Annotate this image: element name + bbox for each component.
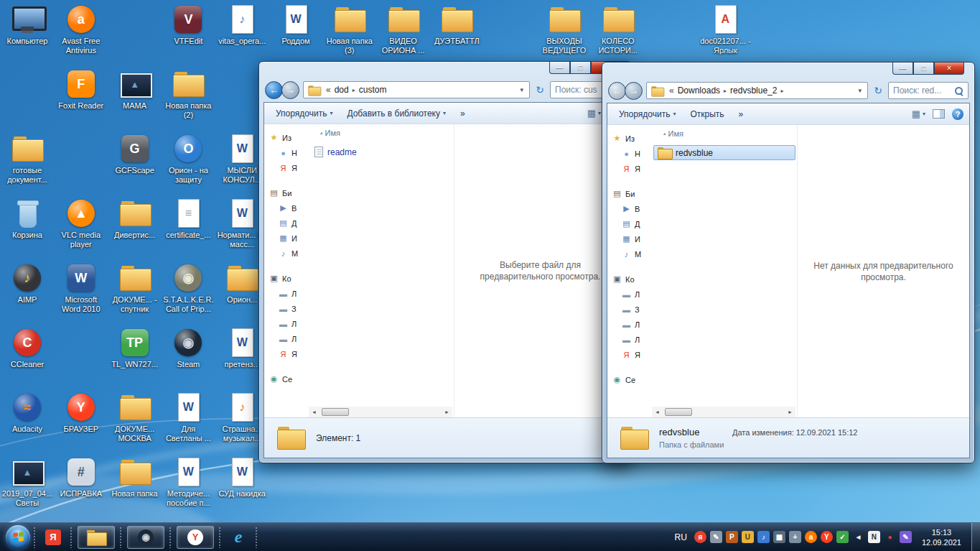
desktop-icon[interactable]: WMicrosoft Word 2010 xyxy=(55,263,107,314)
desktop-icon[interactable]: ▲MAMA xyxy=(109,69,161,111)
nav-item[interactable]: ▬Л xyxy=(612,317,652,332)
breadcrumb-item[interactable]: redvsblue_2 xyxy=(728,85,779,96)
taskbar-button-explorer[interactable] xyxy=(78,526,115,549)
views-button[interactable]: ▦▾ xyxy=(912,108,925,119)
tray-yandex-icon[interactable]: я xyxy=(694,531,706,543)
toolbar-button[interactable]: Упорядочить▾ xyxy=(613,107,681,121)
breadcrumb-item[interactable]: dod xyxy=(332,85,351,95)
column-header-name[interactable]: ▴Имя xyxy=(309,127,454,140)
forward-button[interactable]: → xyxy=(625,82,643,100)
taskbar-button-internet-explorer[interactable]: e xyxy=(226,525,251,550)
maximize-button[interactable]: □ xyxy=(570,61,591,74)
minimize-button[interactable]: — xyxy=(549,61,570,74)
nav-item[interactable]: ▣Ко xyxy=(612,272,652,287)
scrollbar-thumb[interactable] xyxy=(665,408,692,416)
nav-item[interactable]: ▤Д xyxy=(612,216,652,231)
nav-item[interactable]: ★Из xyxy=(269,130,309,145)
breadcrumb-item[interactable]: Downloads xyxy=(676,85,722,96)
address-dropdown-icon[interactable]: ▾ xyxy=(856,87,864,94)
nav-item[interactable]: ▤Д xyxy=(269,216,309,231)
scroll-right-icon[interactable]: ► xyxy=(443,409,451,415)
desktop-icon[interactable]: ◉Steam xyxy=(162,328,214,369)
nav-item[interactable]: ▦И xyxy=(269,231,309,246)
preview-pane-button[interactable] xyxy=(933,109,945,119)
nav-item[interactable]: ▬Л xyxy=(269,316,309,331)
back-button[interactable]: ← xyxy=(265,81,283,99)
nav-item[interactable]: ▬Л xyxy=(269,286,309,301)
refresh-button[interactable]: ↻ xyxy=(533,84,546,96)
nav-item[interactable]: ●Н xyxy=(269,145,309,160)
nav-item[interactable]: ЯЯ xyxy=(612,161,652,176)
scroll-left-icon[interactable]: ◄ xyxy=(310,409,318,415)
nav-item[interactable]: ▣Ко xyxy=(269,271,309,286)
language-indicator[interactable]: RU xyxy=(671,532,691,542)
desktop-icon[interactable]: WСУД накидка xyxy=(216,457,268,499)
back-button[interactable]: ← xyxy=(608,82,626,100)
nav-item[interactable]: ЯЯ xyxy=(612,347,652,362)
desktop-icon[interactable]: ВЫХОДЫ ВЕДУЩЕГО xyxy=(538,4,590,55)
toolbar-button[interactable]: Добавить в библиотеку▾ xyxy=(341,106,452,121)
nav-item[interactable]: ♪М xyxy=(612,246,652,261)
desktop-icon[interactable]: Компьютер xyxy=(1,4,53,46)
desktop-icon[interactable]: ВИДЕО ОРИОНА ... xyxy=(378,4,429,55)
tray-notepad-icon[interactable]: N xyxy=(868,531,880,543)
desktop-icon[interactable]: Дивертис... xyxy=(109,198,161,240)
horizontal-scrollbar[interactable]: ◄ ► xyxy=(652,407,795,417)
nav-item[interactable]: ♪М xyxy=(269,246,309,261)
help-button[interactable]: ? xyxy=(952,108,963,120)
horizontal-scrollbar[interactable]: ◄ ► xyxy=(309,407,452,417)
search-box[interactable]: Поиск: red... xyxy=(888,82,969,99)
desktop-icon[interactable]: ◉S.T.A.L.K.E.R. Call of Prip... xyxy=(162,263,214,314)
nav-item[interactable]: ★Из xyxy=(612,131,652,146)
maximize-button[interactable]: □ xyxy=(913,62,934,75)
desktop-icon[interactable]: ≡certificate_... xyxy=(162,198,214,240)
nav-item[interactable]: ▤Би xyxy=(612,186,652,201)
desktop-icon[interactable]: Новая папка (2) xyxy=(162,69,214,120)
desktop-icon[interactable]: WДля Светланы ... xyxy=(162,392,214,443)
taskbar-button-yandex[interactable]: Я xyxy=(41,525,65,550)
nav-item[interactable]: ●Н xyxy=(612,146,652,161)
toolbar-button[interactable]: » xyxy=(733,107,750,121)
desktop-icon[interactable]: WМетодиче... пособие п... xyxy=(162,457,214,508)
titlebar[interactable]: — □ × xyxy=(602,62,974,80)
desktop-icon[interactable]: ≈Audacity xyxy=(1,392,53,434)
show-desktop-button[interactable] xyxy=(971,523,980,551)
titlebar[interactable]: — □ × xyxy=(259,62,631,79)
views-button[interactable]: ▦▾ xyxy=(587,108,601,119)
breadcrumb-item[interactable]: custom xyxy=(357,85,389,95)
desktop-icon[interactable]: WРоддом xyxy=(270,4,322,46)
desktop-icon[interactable]: ДУЭТБАТТЛ xyxy=(431,4,482,46)
column-header-name[interactable]: ▴Имя xyxy=(652,128,797,141)
tray-pen-icon[interactable]: ✎ xyxy=(900,531,912,543)
desktop-icon[interactable]: Корзина xyxy=(1,198,53,240)
toolbar-button[interactable]: Открыть xyxy=(684,107,729,121)
desktop-icon[interactable]: CCCleaner xyxy=(1,328,53,369)
desktop-icon[interactable]: КОЛЕСО ИСТОРИ... xyxy=(592,4,644,55)
nav-item[interactable]: ЯЯ xyxy=(269,346,309,361)
refresh-button[interactable]: ↻ xyxy=(872,85,885,96)
nav-item[interactable]: ◉Се xyxy=(612,372,652,387)
tray-display-icon[interactable]: ▦ xyxy=(773,531,785,543)
scroll-left-icon[interactable]: ◄ xyxy=(653,409,661,415)
nav-item[interactable]: ◉Се xyxy=(269,371,309,386)
desktop-icon[interactable]: TPTL_WN727... xyxy=(109,328,161,369)
desktop-icon[interactable]: ♪AIMP xyxy=(1,263,53,305)
desktop-icon[interactable]: ▲VLC media player xyxy=(55,198,107,249)
close-button[interactable]: × xyxy=(934,62,964,75)
tray-tool-icon[interactable]: ✎ xyxy=(710,531,722,543)
scrollbar-thumb[interactable] xyxy=(322,408,349,416)
tray-avast-icon[interactable]: a xyxy=(805,531,817,543)
breadcrumb-overflow[interactable]: « xyxy=(668,85,676,96)
explorer-window-redvsblue[interactable]: — □ × ← → «Downloads▸redvsblue_2▸ ▾ ↻ По… xyxy=(602,62,975,463)
desktop-icon[interactable]: Adoc021207... - Ярлык xyxy=(699,4,751,55)
file-item[interactable]: redvsblue xyxy=(653,145,795,160)
tray-paint-icon[interactable]: P xyxy=(726,531,738,543)
scrollbar-track[interactable] xyxy=(663,408,785,416)
nav-item[interactable]: ▬З xyxy=(269,301,309,316)
address-dropdown-icon[interactable]: ▾ xyxy=(518,86,526,93)
taskbar-button-steam[interactable]: ◉ xyxy=(127,526,164,549)
desktop-icon[interactable]: #ИСПРАВКА xyxy=(55,457,107,499)
nav-item[interactable]: ▦И xyxy=(612,231,652,246)
tray-volume-icon[interactable]: ◄ xyxy=(852,531,864,543)
scroll-right-icon[interactable]: ► xyxy=(786,409,794,415)
